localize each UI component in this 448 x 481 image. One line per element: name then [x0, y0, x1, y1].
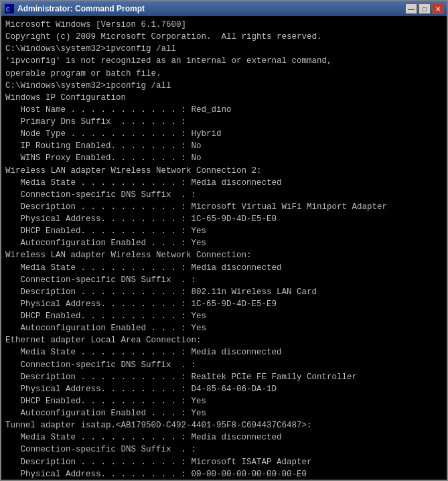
window-controls: — □ ✕: [405, 3, 444, 14]
terminal-line: Physical Address. . . . . . . . : 00-00-…: [5, 468, 443, 480]
terminal-line: Connection-specific DNS Suffix . :: [5, 274, 443, 286]
terminal-line: Description . . . . . . . . . . : Micros…: [5, 201, 443, 213]
cmd-window: C Administrator: Command Prompt — □ ✕ Mi…: [0, 0, 448, 481]
terminal-line: Connection-specific DNS Suffix . :: [5, 359, 443, 371]
terminal-line: DHCP Enabled. . . . . . . . . . : Yes: [5, 395, 443, 407]
terminal-line: Media State . . . . . . . . . . : Media …: [5, 177, 443, 189]
terminal-line: IP Routing Enabled. . . . . . . : No: [5, 140, 443, 152]
terminal-line: Description . . . . . . . . . . : 802.11…: [5, 286, 443, 298]
terminal-line: Windows IP Configuration: [5, 92, 443, 104]
terminal-line: Primary Dns Suffix . . . . . . :: [5, 116, 443, 128]
terminal-line: Wireless LAN adapter Wireless Network Co…: [5, 165, 443, 177]
terminal-line: Description . . . . . . . . . . : Realte…: [5, 371, 443, 383]
terminal-line: operable program or batch file.: [5, 68, 443, 80]
terminal-line: 'ipvconfig' is not recognized as an inte…: [5, 55, 443, 67]
minimize-button[interactable]: —: [405, 3, 417, 14]
terminal-line: Media State . . . . . . . . . . : Media …: [5, 346, 443, 358]
terminal-line: Description . . . . . . . . . . : Micros…: [5, 456, 443, 468]
terminal-line: Connection-specific DNS Suffix . :: [5, 443, 443, 456]
title-bar: C Administrator: Command Prompt — □ ✕: [1, 1, 447, 16]
terminal-line: Physical Address. . . . . . . . : 1C-65-…: [5, 213, 443, 225]
maximize-button[interactable]: □: [419, 3, 431, 14]
terminal-line: Connection-specific DNS Suffix . :: [5, 189, 443, 201]
cmd-icon: C: [4, 3, 15, 14]
terminal-line: DHCP Enabled. . . . . . . . . . : Yes: [5, 225, 443, 237]
terminal-line: Physical Address. . . . . . . . : 1C-65-…: [5, 298, 443, 310]
terminal-line: Autoconfiguration Enabled . . . : Yes: [5, 322, 443, 334]
terminal-content[interactable]: Microsoft Windows [Version 6.1.7600]Copy…: [1, 16, 447, 480]
terminal-line: Physical Address. . . . . . . . : D4-85-…: [5, 383, 443, 395]
title-bar-left: C Administrator: Command Prompt: [4, 3, 145, 14]
svg-text:C: C: [6, 7, 10, 13]
terminal-line: Tunnel adapter isatap.<AB17950D-C492-440…: [5, 419, 443, 431]
terminal-line: Autoconfiguration Enabled . . . : Yes: [5, 407, 443, 419]
terminal-line: C:\Windows\system32>ipvconfig /all: [5, 43, 443, 55]
terminal-line: Host Name . . . . . . . . . . . : Red_di…: [5, 104, 443, 116]
window-title: Administrator: Command Prompt: [17, 4, 145, 13]
terminal-line: Copyright (c) 2009 Microsoft Corporation…: [5, 31, 443, 43]
terminal-line: WINS Proxy Enabled. . . . . . . : No: [5, 152, 443, 164]
terminal-line: Media State . . . . . . . . . . : Media …: [5, 262, 443, 274]
terminal-line: Autoconfiguration Enabled . . . : Yes: [5, 237, 443, 249]
terminal-line: Node Type . . . . . . . . . . . : Hybrid: [5, 128, 443, 140]
terminal-line: C:\Windows\system32>ipconfig /all: [5, 80, 443, 92]
terminal-line: Media State . . . . . . . . . . : Media …: [5, 431, 443, 443]
close-button[interactable]: ✕: [432, 3, 444, 14]
terminal-line: Microsoft Windows [Version 6.1.7600]: [5, 19, 443, 31]
terminal-line: DHCP Enabled. . . . . . . . . . : Yes: [5, 310, 443, 322]
terminal-line: Ethernet adapter Local Area Connection:: [5, 334, 443, 346]
terminal-line: Wireless LAN adapter Wireless Network Co…: [5, 249, 443, 261]
